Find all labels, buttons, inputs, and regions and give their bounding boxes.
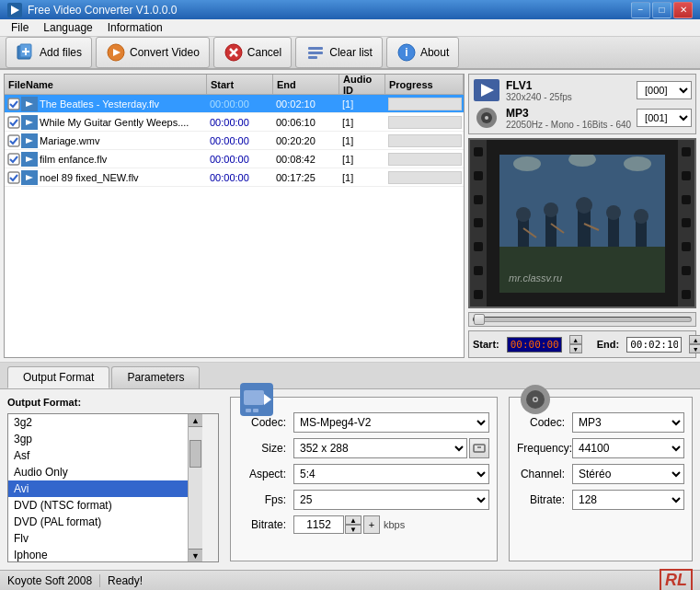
file-start: 00:00:00 — [210, 172, 276, 183]
file-progress-bar — [388, 134, 462, 147]
convert-video-button[interactable]: Convert Video — [96, 37, 210, 68]
maximize-button[interactable]: □ — [652, 2, 671, 18]
size-row: Size: 352 x 288 — [238, 438, 489, 458]
aspect-row: Aspect: 5:4 — [238, 464, 489, 484]
film-hole — [682, 290, 691, 299]
format-item[interactable]: Audio Only — [8, 464, 188, 480]
fps-select[interactable]: 25 — [293, 490, 489, 510]
about-label: About — [420, 46, 449, 59]
clear-list-icon — [305, 42, 326, 63]
format-list-container: 3g23gpAsfAudio OnlyAviDVD (NTSC format)D… — [7, 413, 219, 562]
svg-rect-11 — [308, 47, 323, 50]
bitrate-down-btn[interactable]: ▼ — [345, 525, 361, 534]
film-hole — [682, 195, 691, 204]
time-controls: Start: ▲ ▼ End: ▲ ▼ — [468, 330, 696, 358]
video-frame: mr.classv.ru — [499, 155, 665, 293]
svg-point-35 — [485, 116, 488, 120]
file-progress-bar — [388, 153, 462, 166]
svg-point-44 — [544, 202, 558, 217]
video-preview: mr.classv.ru — [468, 138, 696, 308]
end-up-btn[interactable]: ▲ — [689, 335, 700, 344]
aspect-select[interactable]: 5:4 — [293, 464, 489, 484]
svg-point-46 — [576, 197, 592, 214]
scroll-down-btn[interactable]: ▼ — [189, 549, 202, 561]
audio-bitrate-label: Bitrate: — [517, 493, 572, 506]
channel-label: Channel: — [517, 468, 572, 480]
file-checkbox[interactable] — [6, 134, 21, 147]
status-ready: Ready! — [108, 574, 143, 587]
seek-handle[interactable] — [474, 314, 485, 325]
audio-format-name: MP3 — [506, 107, 631, 120]
video-format-dropdown[interactable]: [000] — [637, 81, 692, 99]
format-item[interactable]: 3g2 — [8, 414, 188, 431]
start-time-input[interactable] — [507, 337, 562, 353]
format-item[interactable]: DVD (PAL format) — [8, 514, 188, 530]
file-row[interactable]: film enfance.flv 00:00:00 00:08:42 [1] — [5, 150, 464, 168]
end-time-input[interactable] — [626, 337, 682, 353]
channel-select[interactable]: Stéréo — [572, 464, 684, 484]
format-item[interactable]: 3gp — [8, 431, 188, 447]
end-down-btn[interactable]: ▼ — [689, 344, 700, 353]
file-start: 00:00:00 — [210, 98, 276, 110]
audio-format-dropdown[interactable]: [001] — [637, 109, 692, 127]
bitrate-input[interactable] — [293, 515, 344, 534]
file-row[interactable]: Mariage.wmv 00:00:00 00:20:20 [1] — [5, 132, 464, 150]
audio-codec-icon-container — [519, 383, 552, 419]
file-rows-container: The Beatles - Yesterday.flv 00:00:00 00:… — [5, 95, 464, 187]
film-hole — [474, 290, 483, 299]
size-edit-button[interactable] — [469, 438, 489, 458]
clear-list-button[interactable]: Clear list — [295, 37, 383, 68]
svg-point-48 — [606, 205, 621, 220]
svg-rect-12 — [308, 52, 323, 54]
col-header-progress: Progress — [385, 75, 464, 94]
file-progress-bar — [388, 98, 462, 110]
svg-rect-43 — [545, 214, 557, 247]
bitrate-add-btn[interactable]: + — [363, 515, 380, 534]
scroll-up-btn[interactable]: ▲ — [189, 414, 202, 427]
format-item[interactable]: Avi — [8, 480, 188, 497]
file-row[interactable]: While My Guitar Gently Weeps.... 00:00:0… — [5, 113, 464, 132]
file-checkbox[interactable] — [6, 116, 21, 129]
menu-information[interactable]: Information — [100, 19, 170, 36]
format-item[interactable]: Flv — [8, 530, 188, 547]
fps-row: Fps: 25 — [238, 490, 489, 510]
output-panel: Output Format: 3g23gpAsfAudio OnlyAviDVD… — [0, 389, 700, 569]
bitrate-row: Bitrate: ▲ ▼ + kbps — [238, 515, 489, 534]
about-button[interactable]: i About — [386, 37, 459, 68]
format-scrollbar: ▲ ▼ — [188, 414, 202, 561]
add-files-button[interactable]: Add files — [6, 37, 92, 68]
menu-file[interactable]: File — [4, 19, 36, 36]
start-up-btn[interactable]: ▲ — [569, 335, 582, 344]
scroll-thumb[interactable] — [189, 440, 201, 468]
tab-output-format[interactable]: Output Format — [7, 366, 109, 388]
format-item[interactable]: DVD (NTSC format) — [8, 497, 188, 514]
file-checkbox[interactable] — [6, 171, 21, 184]
audio-bitrate-select[interactable]: 128 — [572, 490, 684, 510]
file-checkbox[interactable] — [6, 98, 21, 110]
frequency-select[interactable]: 44100 — [572, 438, 684, 458]
audio-codec-select[interactable]: MP3 — [572, 412, 684, 433]
close-button[interactable]: ✕ — [673, 2, 693, 18]
seek-slider-container — [468, 312, 696, 327]
seek-slider[interactable] — [473, 317, 692, 322]
minimize-button[interactable]: − — [631, 2, 650, 18]
cancel-button[interactable]: Cancel — [213, 37, 292, 68]
menu-language[interactable]: Language — [36, 19, 99, 36]
file-row[interactable]: The Beatles - Yesterday.flv 00:00:00 00:… — [5, 95, 464, 113]
cancel-label: Cancel — [247, 46, 281, 59]
file-checkbox[interactable] — [6, 153, 21, 166]
rl-logo: RL — [660, 569, 693, 590]
svg-point-38 — [513, 156, 541, 171]
codec-select[interactable]: MS-Mpeg4-V2 — [293, 412, 489, 433]
file-row[interactable]: noel 89 fixed_NEW.flv 00:00:00 00:17:25 … — [5, 168, 464, 187]
film-hole — [682, 218, 691, 227]
size-select[interactable]: 352 x 288 — [293, 438, 467, 458]
tab-parameters[interactable]: Parameters — [111, 366, 200, 388]
start-down-btn[interactable]: ▼ — [569, 344, 582, 353]
format-item[interactable]: Iphone — [8, 547, 188, 561]
app-title: Free Video Converter V1.0.0.0 — [28, 4, 631, 17]
bitrate-up-btn[interactable]: ▲ — [345, 515, 361, 525]
format-list[interactable]: 3g23gpAsfAudio OnlyAviDVD (NTSC format)D… — [8, 414, 188, 561]
file-start: 00:00:00 — [210, 117, 276, 128]
format-item[interactable]: Asf — [8, 447, 188, 464]
